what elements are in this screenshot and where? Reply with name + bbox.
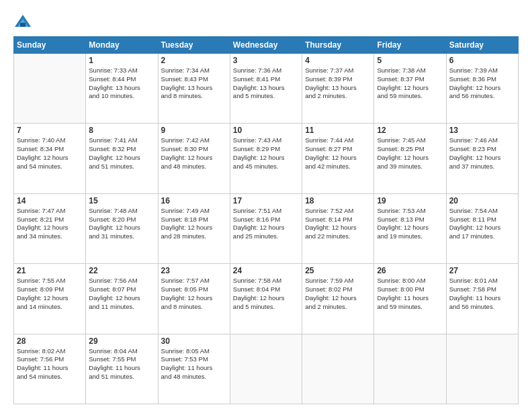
calendar-week-row: 1Sunrise: 7:33 AM Sunset: 8:44 PM Daylig…	[14, 54, 519, 124]
logo-icon	[13, 12, 32, 31]
calendar-day-header: Wednesday	[230, 37, 302, 54]
day-info: Sunrise: 8:01 AM Sunset: 7:58 PM Dayligh…	[449, 277, 515, 311]
calendar-cell: 17Sunrise: 7:51 AM Sunset: 8:16 PM Dayli…	[230, 193, 302, 263]
day-number: 12	[377, 126, 443, 135]
day-number: 4	[305, 56, 371, 65]
calendar-table: SundayMondayTuesdayWednesdayThursdayFrid…	[13, 36, 519, 404]
day-info: Sunrise: 7:33 AM Sunset: 8:44 PM Dayligh…	[89, 66, 154, 101]
day-number: 2	[161, 56, 227, 65]
calendar-cell: 27Sunrise: 8:01 AM Sunset: 7:58 PM Dayli…	[446, 264, 518, 334]
day-number: 23	[161, 266, 227, 275]
day-info: Sunrise: 7:55 AM Sunset: 8:09 PM Dayligh…	[17, 277, 83, 311]
calendar-cell: 16Sunrise: 7:49 AM Sunset: 8:18 PM Dayli…	[158, 193, 230, 263]
day-number: 30	[161, 336, 227, 346]
calendar-day-header: Saturday	[446, 37, 518, 54]
day-number: 14	[17, 196, 83, 205]
day-number: 19	[377, 196, 443, 205]
calendar-cell	[230, 334, 302, 404]
calendar-cell	[14, 54, 86, 124]
calendar-week-row: 21Sunrise: 7:55 AM Sunset: 8:09 PM Dayli…	[14, 264, 519, 334]
day-info: Sunrise: 7:36 AM Sunset: 8:41 PM Dayligh…	[233, 66, 299, 101]
calendar-cell: 19Sunrise: 7:53 AM Sunset: 8:13 PM Dayli…	[374, 193, 446, 263]
calendar-day-header: Tuesday	[158, 37, 230, 54]
calendar-week-row: 14Sunrise: 7:47 AM Sunset: 8:21 PM Dayli…	[14, 193, 519, 263]
calendar-cell: 30Sunrise: 8:05 AM Sunset: 7:53 PM Dayli…	[158, 334, 230, 404]
calendar-cell: 20Sunrise: 7:54 AM Sunset: 8:11 PM Dayli…	[446, 193, 518, 263]
day-number: 15	[89, 196, 154, 205]
day-number: 6	[449, 56, 515, 65]
calendar-cell: 5Sunrise: 7:38 AM Sunset: 8:37 PM Daylig…	[374, 54, 446, 124]
day-number: 18	[305, 196, 371, 205]
day-info: Sunrise: 7:37 AM Sunset: 8:39 PM Dayligh…	[305, 66, 371, 101]
page: SundayMondayTuesdayWednesdayThursdayFrid…	[0, 0, 532, 411]
day-number: 17	[233, 196, 299, 205]
day-number: 7	[17, 126, 83, 135]
day-info: Sunrise: 7:56 AM Sunset: 8:07 PM Dayligh…	[89, 277, 154, 311]
calendar-cell: 2Sunrise: 7:34 AM Sunset: 8:43 PM Daylig…	[158, 54, 230, 124]
day-info: Sunrise: 7:46 AM Sunset: 8:23 PM Dayligh…	[449, 136, 515, 171]
calendar-day-header: Monday	[86, 37, 158, 54]
day-info: Sunrise: 8:00 AM Sunset: 8:00 PM Dayligh…	[377, 277, 443, 311]
logo	[13, 12, 35, 31]
day-info: Sunrise: 7:48 AM Sunset: 8:20 PM Dayligh…	[89, 207, 154, 241]
day-number: 13	[449, 126, 515, 135]
day-number: 11	[305, 126, 371, 135]
day-info: Sunrise: 7:53 AM Sunset: 8:13 PM Dayligh…	[377, 207, 443, 241]
calendar-cell: 9Sunrise: 7:42 AM Sunset: 8:30 PM Daylig…	[158, 124, 230, 193]
day-info: Sunrise: 7:41 AM Sunset: 8:32 PM Dayligh…	[89, 136, 154, 171]
calendar-cell	[374, 334, 446, 404]
day-info: Sunrise: 7:38 AM Sunset: 8:37 PM Dayligh…	[377, 66, 443, 101]
calendar-cell: 21Sunrise: 7:55 AM Sunset: 8:09 PM Dayli…	[14, 264, 86, 334]
calendar-cell: 11Sunrise: 7:44 AM Sunset: 8:27 PM Dayli…	[302, 124, 374, 193]
day-info: Sunrise: 7:47 AM Sunset: 8:21 PM Dayligh…	[17, 207, 83, 241]
day-info: Sunrise: 7:51 AM Sunset: 8:16 PM Dayligh…	[233, 207, 299, 241]
calendar-cell: 23Sunrise: 7:57 AM Sunset: 8:05 PM Dayli…	[158, 264, 230, 334]
calendar-cell: 15Sunrise: 7:48 AM Sunset: 8:20 PM Dayli…	[86, 193, 158, 263]
calendar-cell: 6Sunrise: 7:39 AM Sunset: 8:36 PM Daylig…	[446, 54, 518, 124]
calendar-cell: 4Sunrise: 7:37 AM Sunset: 8:39 PM Daylig…	[302, 54, 374, 124]
calendar-day-header: Sunday	[14, 37, 86, 54]
calendar-cell: 7Sunrise: 7:40 AM Sunset: 8:34 PM Daylig…	[14, 124, 86, 193]
day-number: 24	[233, 266, 299, 275]
calendar-cell: 26Sunrise: 8:00 AM Sunset: 8:00 PM Dayli…	[374, 264, 446, 334]
day-number: 3	[233, 56, 299, 65]
day-info: Sunrise: 7:40 AM Sunset: 8:34 PM Dayligh…	[17, 136, 83, 171]
day-info: Sunrise: 8:04 AM Sunset: 7:55 PM Dayligh…	[89, 347, 154, 381]
calendar-day-header: Thursday	[302, 37, 374, 54]
day-info: Sunrise: 7:43 AM Sunset: 8:29 PM Dayligh…	[233, 136, 299, 171]
day-number: 10	[233, 126, 299, 135]
calendar-day-header: Friday	[374, 37, 446, 54]
calendar-cell: 24Sunrise: 7:58 AM Sunset: 8:04 PM Dayli…	[230, 264, 302, 334]
calendar-cell: 8Sunrise: 7:41 AM Sunset: 8:32 PM Daylig…	[86, 124, 158, 193]
calendar-header-row: SundayMondayTuesdayWednesdayThursdayFrid…	[14, 37, 519, 54]
day-number: 1	[89, 56, 154, 65]
calendar-cell: 18Sunrise: 7:52 AM Sunset: 8:14 PM Dayli…	[302, 193, 374, 263]
day-info: Sunrise: 7:34 AM Sunset: 8:43 PM Dayligh…	[161, 66, 227, 101]
day-number: 21	[17, 266, 83, 275]
day-number: 28	[17, 336, 83, 346]
day-info: Sunrise: 7:59 AM Sunset: 8:02 PM Dayligh…	[305, 277, 371, 311]
day-info: Sunrise: 7:45 AM Sunset: 8:25 PM Dayligh…	[377, 136, 443, 171]
header	[13, 12, 519, 31]
calendar-week-row: 7Sunrise: 7:40 AM Sunset: 8:34 PM Daylig…	[14, 124, 519, 193]
calendar-cell: 1Sunrise: 7:33 AM Sunset: 8:44 PM Daylig…	[86, 54, 158, 124]
calendar-cell: 25Sunrise: 7:59 AM Sunset: 8:02 PM Dayli…	[302, 264, 374, 334]
svg-rect-2	[20, 23, 26, 27]
day-info: Sunrise: 7:52 AM Sunset: 8:14 PM Dayligh…	[305, 207, 371, 241]
day-info: Sunrise: 7:49 AM Sunset: 8:18 PM Dayligh…	[161, 207, 227, 241]
calendar-cell: 22Sunrise: 7:56 AM Sunset: 8:07 PM Dayli…	[86, 264, 158, 334]
day-number: 9	[161, 126, 227, 135]
calendar-cell: 14Sunrise: 7:47 AM Sunset: 8:21 PM Dayli…	[14, 193, 86, 263]
calendar-cell: 29Sunrise: 8:04 AM Sunset: 7:55 PM Dayli…	[86, 334, 158, 404]
calendar-week-row: 28Sunrise: 8:02 AM Sunset: 7:56 PM Dayli…	[14, 334, 519, 404]
day-number: 8	[89, 126, 154, 135]
day-number: 27	[449, 266, 515, 275]
day-info: Sunrise: 7:39 AM Sunset: 8:36 PM Dayligh…	[449, 66, 515, 101]
day-info: Sunrise: 8:02 AM Sunset: 7:56 PM Dayligh…	[17, 347, 83, 381]
day-info: Sunrise: 8:05 AM Sunset: 7:53 PM Dayligh…	[161, 347, 227, 381]
day-info: Sunrise: 7:57 AM Sunset: 8:05 PM Dayligh…	[161, 277, 227, 311]
day-number: 16	[161, 196, 227, 205]
day-number: 20	[449, 196, 515, 205]
calendar-cell: 12Sunrise: 7:45 AM Sunset: 8:25 PM Dayli…	[374, 124, 446, 193]
calendar-cell: 10Sunrise: 7:43 AM Sunset: 8:29 PM Dayli…	[230, 124, 302, 193]
